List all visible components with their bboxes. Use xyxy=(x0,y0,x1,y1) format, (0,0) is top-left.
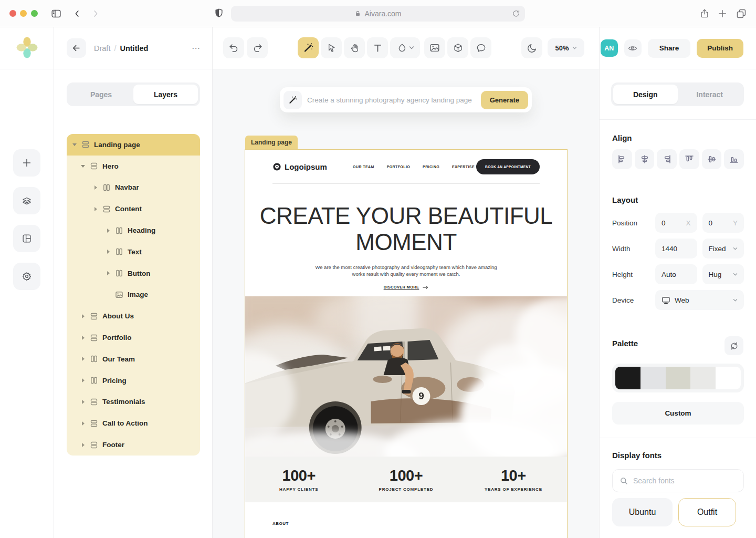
layout-section-label: Layout xyxy=(612,195,638,204)
browser-back-button[interactable] xyxy=(70,6,85,21)
traffic-minimize-button[interactable] xyxy=(20,10,27,17)
layer-row-pricing[interactable]: Pricing xyxy=(67,370,200,391)
caret-right-icon[interactable] xyxy=(80,443,86,447)
caret-right-icon[interactable] xyxy=(80,357,86,361)
layer-row-button[interactable]: Button xyxy=(67,263,200,284)
refresh-icon[interactable] xyxy=(511,8,521,19)
design-frame[interactable]: Logoipsum OUR TEAM PORTFOLIO PRICING EXP… xyxy=(245,149,568,538)
width-mode-dropdown[interactable]: Fixed xyxy=(702,239,744,258)
share-page-icon[interactable] xyxy=(697,6,712,21)
layout-tool-button[interactable] xyxy=(13,225,40,252)
height-mode-dropdown[interactable]: Hug xyxy=(702,264,744,284)
caret-right-icon[interactable] xyxy=(106,250,111,254)
project-title[interactable]: Untitled xyxy=(120,44,148,53)
layers-tool-button[interactable] xyxy=(13,187,40,214)
settings-gear-button[interactable] xyxy=(13,263,40,290)
canvas-viewport[interactable]: Generate Landing page Logoipsum OUR TEAM… xyxy=(213,69,599,538)
traffic-zoom-button[interactable] xyxy=(31,10,38,17)
layer-row-image[interactable]: Image xyxy=(67,284,200,306)
font-option-outfit[interactable]: Outfit xyxy=(678,498,736,526)
layer-row-footer[interactable]: Footer xyxy=(67,434,200,456)
traffic-close-button[interactable] xyxy=(9,10,16,17)
publish-button[interactable]: Publish xyxy=(697,39,743,58)
align-center-horizontal-button[interactable] xyxy=(635,149,655,169)
layer-row-portfolio[interactable]: Portfolio xyxy=(67,327,200,348)
caret-down-icon[interactable] xyxy=(80,165,86,168)
frame-label-tag[interactable]: Landing page xyxy=(245,136,298,149)
caret-right-icon[interactable] xyxy=(106,271,111,275)
layer-row-text[interactable]: Text xyxy=(67,241,200,263)
undo-button[interactable] xyxy=(223,37,244,58)
redo-button[interactable] xyxy=(247,37,268,58)
position-x-field[interactable]: 0 X xyxy=(655,213,697,233)
breadcrumb-draft[interactable]: Draft xyxy=(94,44,110,53)
image-tool[interactable] xyxy=(424,37,445,58)
palette-swatch-2[interactable] xyxy=(640,367,666,389)
layer-row-hero[interactable]: Hero xyxy=(67,156,200,177)
back-button[interactable] xyxy=(67,38,86,58)
tab-layers[interactable]: Layers xyxy=(133,85,198,104)
caret-right-icon[interactable] xyxy=(80,378,86,382)
position-y-field[interactable]: 0 Y xyxy=(702,213,744,233)
layer-row-navbar[interactable]: Navbar xyxy=(67,177,200,199)
palette-refresh-button[interactable] xyxy=(724,336,743,355)
layer-row-heading[interactable]: Heading xyxy=(67,220,200,241)
caret-down-icon[interactable] xyxy=(72,143,77,146)
hand-pan-tool[interactable] xyxy=(344,37,365,58)
tab-interact[interactable]: Interact xyxy=(678,85,742,104)
align-bottom-button[interactable] xyxy=(724,149,744,169)
font-option-ubuntu[interactable]: Ubuntu xyxy=(612,498,673,526)
palette-swatch-3[interactable] xyxy=(666,367,691,389)
privacy-shield-icon[interactable] xyxy=(212,6,226,20)
browser-forward-button[interactable] xyxy=(88,6,103,21)
align-right-button[interactable] xyxy=(657,149,677,169)
layer-row-content[interactable]: Content xyxy=(67,198,200,220)
layer-row-call-to-action[interactable]: Call to Action xyxy=(67,412,200,434)
prompt-input[interactable] xyxy=(307,96,476,104)
tab-design[interactable]: Design xyxy=(613,85,678,104)
align-top-button[interactable] xyxy=(679,149,699,169)
text-tool[interactable] xyxy=(367,37,388,58)
layer-row-our-team[interactable]: Our Team xyxy=(67,348,200,370)
align-left-button[interactable] xyxy=(612,149,632,169)
shape-tool[interactable] xyxy=(390,37,420,58)
avatar[interactable]: AN xyxy=(601,39,618,57)
sidebar-toggle-icon[interactable] xyxy=(49,6,64,21)
caret-right-icon[interactable] xyxy=(93,185,98,190)
height-value-field[interactable]: Auto xyxy=(655,264,697,284)
zoom-level-dropdown[interactable]: 50% xyxy=(548,38,584,57)
site-subtitle-line2: works result with quality every moment w… xyxy=(245,271,567,277)
tabs-overview-icon[interactable] xyxy=(734,6,749,21)
3d-object-tool[interactable] xyxy=(447,37,468,58)
caret-right-icon[interactable] xyxy=(106,229,111,233)
caret-right-icon[interactable] xyxy=(93,207,98,211)
comment-tool[interactable] xyxy=(470,37,491,58)
generate-button[interactable]: Generate xyxy=(481,91,528,109)
tab-pages[interactable]: Pages xyxy=(69,85,133,104)
select-cursor-tool[interactable] xyxy=(321,37,342,58)
caret-right-icon[interactable] xyxy=(80,421,86,426)
dark-mode-toggle[interactable] xyxy=(521,37,542,58)
caret-right-icon[interactable] xyxy=(80,314,86,318)
project-menu-icon[interactable]: ⋯ xyxy=(192,43,201,53)
palette-swatch-5[interactable] xyxy=(716,367,741,389)
align-center-vertical-button[interactable] xyxy=(702,149,722,169)
add-element-button[interactable] xyxy=(13,149,40,177)
font-search-input[interactable] xyxy=(633,477,737,485)
address-bar[interactable]: Aivara.com xyxy=(231,6,525,22)
caret-right-icon[interactable] xyxy=(80,336,86,340)
share-button[interactable]: Share xyxy=(648,39,691,58)
layer-row-landing-page[interactable]: Landing page xyxy=(67,134,200,156)
palette-swatch-4[interactable] xyxy=(690,367,716,389)
height-row: Height Auto Hug xyxy=(612,264,744,284)
width-value-field[interactable]: 1440 xyxy=(655,239,697,258)
layer-row-testimonials[interactable]: Testimonials xyxy=(67,391,200,413)
preview-eye-button[interactable] xyxy=(624,39,642,57)
magic-wand-tool[interactable] xyxy=(298,37,319,58)
device-dropdown[interactable]: Web xyxy=(655,290,744,310)
custom-palette-button[interactable]: Custom xyxy=(612,402,744,425)
palette-swatch-1[interactable] xyxy=(615,367,640,389)
layer-row-about-us[interactable]: About Us xyxy=(67,305,200,327)
caret-right-icon[interactable] xyxy=(80,400,86,404)
new-tab-icon[interactable] xyxy=(715,6,730,21)
